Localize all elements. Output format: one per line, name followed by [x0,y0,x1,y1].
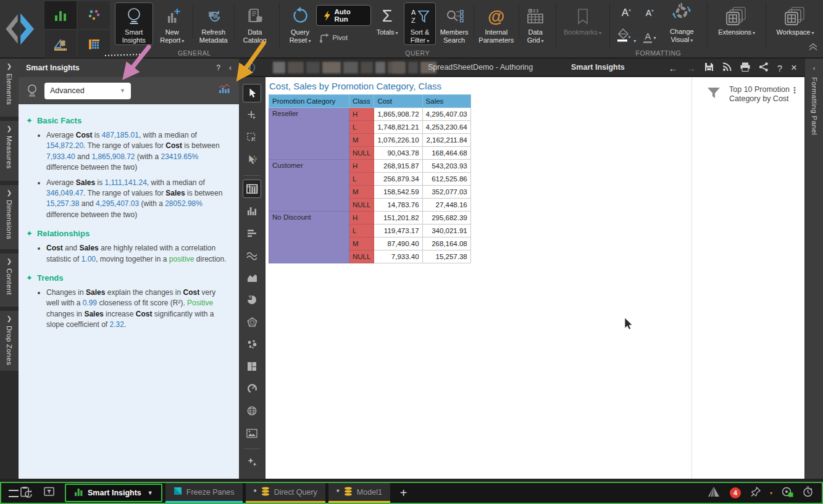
chevron-down-icon[interactable]: ▾ [770,490,772,496]
print-button[interactable] [740,62,750,73]
point-select-tool[interactable] [243,106,261,125]
sales-cell[interactable]: 295,682.39 [422,212,470,225]
sales-cell[interactable]: 15,257.38 [422,250,470,263]
sales-cell[interactable]: 268,164.08 [422,238,470,250]
class-cell[interactable]: NULL [349,250,374,263]
move-select-tool[interactable] [243,151,261,169]
class-cell[interactable]: NULL [349,147,374,160]
sales-cell[interactable]: 4,295,407.03 [422,108,470,121]
taskbar-tab-smart-insights[interactable]: Smart Insights▼ [65,484,162,502]
table-visual-tool[interactable] [243,180,261,198]
quick-grid-visual-button[interactable] [78,30,110,58]
share-button[interactable] [759,62,769,73]
cost-cell[interactable]: 256,879.34 [374,173,422,186]
font-increase-button[interactable]: A▴ [622,7,631,19]
close-button[interactable]: × [791,62,797,74]
map-visual-tool[interactable] [243,402,261,420]
class-cell[interactable]: H [349,212,374,225]
broadcast-icon[interactable] [722,62,732,73]
save-button[interactable] [704,62,714,73]
quick-measure-tool-button[interactable] [44,30,77,58]
change-visual-button[interactable]: Change Visual▾ [661,28,702,43]
extensions-button[interactable]: Extensions▾ [712,2,761,37]
gauge-visual-tool[interactable] [243,379,261,398]
sidebar-tab-elements[interactable]: ❯Elements [0,59,19,117]
column-header-class[interactable]: Class [349,95,374,108]
table-row[interactable]: No DiscountH151,201.82295,682.39 [269,212,471,225]
column-header-cost[interactable]: Cost [374,95,422,108]
class-cell[interactable]: H [349,108,374,121]
radar-chart-visual-tool[interactable] [243,313,261,331]
timer-button[interactable] [803,486,813,500]
dundas-mini-button[interactable] [707,486,721,500]
sidebar-tab-drop-zones[interactable]: ❯Drop Zones [0,311,19,371]
checkout-button[interactable] [20,486,33,500]
sales-cell[interactable]: 340,021.91 [422,225,470,238]
cost-cell[interactable]: 7,933.40 [374,250,422,263]
internal-parameters-button[interactable]: @ Internal Parameters [475,2,517,45]
help-button[interactable]: ? [777,63,782,73]
data-grid-button[interactable]: Data Grid▾ [520,2,551,45]
sidebar-tab-content[interactable]: ❯Content [0,254,19,307]
panel-collapse-button[interactable]: ‹ [229,64,232,72]
fill-color-button[interactable]: ▾ [616,28,636,44]
cost-cell[interactable]: 14,783.76 [374,199,422,212]
panel-help-button[interactable]: ? [216,64,220,72]
taskbar-tab-model1[interactable]: *Model1 [328,483,390,503]
row-chart-visual-tool[interactable] [243,224,261,242]
font-color-button[interactable]: A▾ [643,31,656,41]
sales-cell[interactable]: 2,162,211.84 [422,134,470,147]
new-tab-button[interactable]: + [390,483,417,503]
taskbar-tab-direct-query[interactable]: *Direct Query [246,483,325,503]
image-visual-tool[interactable] [243,424,261,442]
table-row[interactable]: ResellerH1,865,908.724,295,407.03 [269,108,471,121]
cost-cell[interactable]: 87,490.40 [374,238,422,250]
column-header-promotion-category[interactable]: Promotion Category [269,95,349,108]
members-search-button[interactable]: Members Search [436,2,472,45]
cost-cell[interactable]: 1,865,908.72 [374,108,422,121]
data-table[interactable]: Promotion CategoryClassCostSales Reselle… [269,94,471,263]
sort-filter-button[interactable]: AZ Sort & Filter▾ [404,2,437,45]
pin-button[interactable] [750,487,761,500]
cost-cell[interactable]: 90,043.78 [374,147,422,160]
sales-cell[interactable]: 612,525.86 [422,173,470,186]
quick-scatter-visual-button[interactable] [78,1,110,29]
smart-insights-button[interactable]: Smart Insights [115,2,153,45]
auto-run-button[interactable]: Auto Run [316,5,371,26]
info-icon[interactable]: i [244,62,255,73]
line-chart-visual-tool[interactable] [243,246,261,265]
refresh-metadata-button[interactable]: Refresh Metadata [194,2,233,45]
taskbar-tab-freeze-panes[interactable]: Freeze Panes [165,483,243,503]
quick-bar-visual-button[interactable] [44,1,77,29]
area-chart-visual-tool[interactable] [243,268,261,287]
filter-view-button[interactable] [44,487,56,500]
formatting-panel-strip[interactable]: ‹ Formatting Panel [804,59,823,479]
category-cell[interactable]: Reseller [269,108,349,160]
class-cell[interactable]: H [349,160,374,173]
view-insight-charts-button[interactable] [218,83,232,98]
sales-cell[interactable]: 543,203.93 [422,160,470,173]
cost-cell[interactable]: 151,201.82 [374,212,422,225]
sales-cell[interactable]: 4,253,230.64 [422,121,470,134]
query-reset-button[interactable]: Query Reset▾ [285,2,316,45]
class-cell[interactable]: M [349,238,374,250]
sales-cell[interactable]: 27,448.16 [422,199,470,212]
cost-cell[interactable]: 1,748,821.21 [374,121,422,134]
notification-badge[interactable]: 4 [730,487,741,498]
pivot-button[interactable]: Pivot [319,33,348,43]
cost-cell[interactable]: 1,076,226.10 [374,134,422,147]
collapse-ribbon-button[interactable] [808,43,818,54]
new-report-button[interactable]: New Report▾ [153,2,191,45]
screen-capture-button[interactable] [782,487,793,500]
workspace-button[interactable]: Workspace▾ [771,2,819,37]
category-cell[interactable]: No Discount [269,212,349,263]
class-cell[interactable]: M [349,186,374,199]
class-cell[interactable]: L [349,173,374,186]
font-decrease-button[interactable]: A▾ [646,8,654,18]
table-row[interactable]: CustomerH268,915.87543,203.93 [269,160,471,173]
cost-cell[interactable]: 158,542.59 [374,186,422,199]
data-catalog-button[interactable]: Data Catalog [236,2,274,45]
class-cell[interactable]: NULL [349,199,374,212]
sales-cell[interactable]: 352,077.03 [422,186,470,199]
sales-cell[interactable]: 168,464.68 [422,147,470,160]
